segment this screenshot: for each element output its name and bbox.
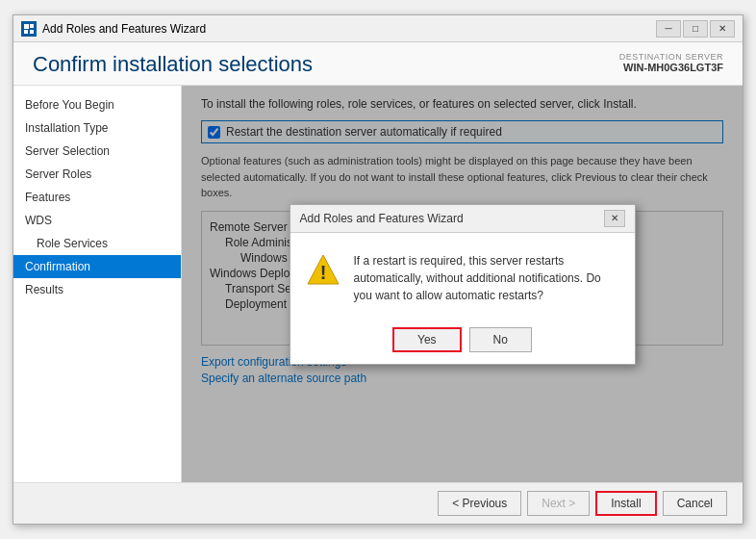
- destination-label: DESTINATION SERVER: [619, 52, 723, 62]
- main-window: Add Roles and Features Wizard ─ □ ✕ Conf…: [13, 14, 743, 525]
- footer: < Previous Next > Install Cancel: [13, 482, 743, 524]
- dialog-yes-button[interactable]: Yes: [392, 327, 462, 352]
- sidebar-item-server-roles[interactable]: Server Roles: [13, 163, 181, 186]
- sidebar-item-features[interactable]: Features: [13, 186, 181, 209]
- page-header: Confirm installation selections DESTINAT…: [13, 42, 743, 86]
- destination-server-info: DESTINATION SERVER WIN-MH0G36LGT3F: [619, 52, 723, 73]
- minimize-button[interactable]: ─: [656, 20, 681, 38]
- sidebar-item-before-you-begin[interactable]: Before You Begin: [13, 93, 181, 116]
- page-title: Confirm installation selections: [33, 52, 313, 77]
- main-content: Before You Begin Installation Type Serve…: [13, 86, 743, 482]
- sidebar-item-role-services[interactable]: Role Services: [13, 232, 181, 255]
- content-wrapper: To install the following roles, role ser…: [182, 86, 743, 482]
- dialog-body: ! If a restart is required, this server …: [290, 233, 635, 320]
- sidebar-item-installation-type[interactable]: Installation Type: [13, 116, 181, 140]
- dialog: Add Roles and Features Wizard ✕ ! If a r…: [290, 204, 636, 365]
- svg-text:!: !: [319, 262, 326, 283]
- dialog-title-bar: Add Roles and Features Wizard ✕: [290, 205, 635, 233]
- dialog-close-button[interactable]: ✕: [604, 210, 625, 227]
- app-icon: [21, 21, 37, 37]
- cancel-button[interactable]: Cancel: [663, 491, 727, 516]
- sidebar-item-results[interactable]: Results: [13, 278, 181, 301]
- maximize-button[interactable]: □: [683, 20, 708, 38]
- install-button[interactable]: Install: [595, 491, 656, 516]
- sidebar: Before You Begin Installation Type Serve…: [13, 86, 182, 482]
- sidebar-item-server-selection[interactable]: Server Selection: [13, 140, 181, 163]
- warning-icon: !: [306, 252, 340, 287]
- window-controls: ─ □ ✕: [656, 20, 735, 38]
- svg-rect-2: [24, 30, 28, 34]
- sidebar-item-confirmation[interactable]: Confirmation: [13, 255, 181, 278]
- dialog-title: Add Roles and Features Wizard: [300, 212, 464, 225]
- next-button[interactable]: Next >: [527, 491, 590, 516]
- server-name: WIN-MH0G36LGT3F: [619, 62, 723, 73]
- sidebar-item-wds[interactable]: WDS: [13, 209, 181, 232]
- close-button[interactable]: ✕: [710, 20, 735, 38]
- window-title: Add Roles and Features Wizard: [42, 22, 656, 36]
- svg-rect-1: [30, 24, 34, 28]
- dialog-overlay: Add Roles and Features Wizard ✕ ! If a r…: [182, 86, 743, 482]
- previous-button[interactable]: < Previous: [438, 491, 521, 516]
- dialog-message: If a restart is required, this server re…: [354, 252, 619, 304]
- title-bar: Add Roles and Features Wizard ─ □ ✕: [13, 15, 743, 42]
- dialog-no-button[interactable]: No: [469, 327, 532, 352]
- dialog-footer: Yes No: [290, 320, 635, 364]
- svg-rect-3: [30, 30, 34, 34]
- svg-rect-0: [24, 24, 29, 29]
